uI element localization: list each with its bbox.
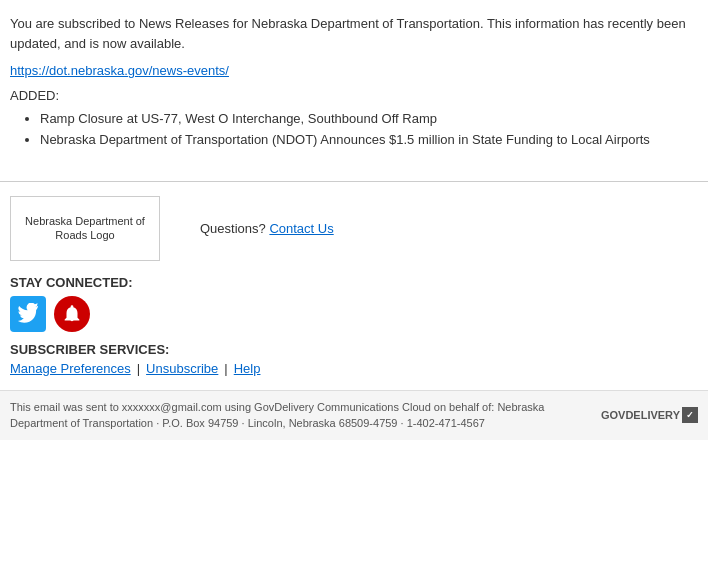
contact-section: Questions? Contact Us	[200, 221, 334, 236]
intro-text: You are subscribed to News Releases for …	[10, 14, 698, 53]
added-list: Ramp Closure at US-77, West O Interchang…	[40, 109, 698, 151]
help-link[interactable]: Help	[234, 361, 261, 376]
footer-top: Nebraska Department of Roads Logo Questi…	[0, 196, 708, 261]
govdelivery-logo: GOVDELIVERY ✓	[601, 407, 698, 423]
subscriber-links: Manage Preferences | Unsubscribe | Help	[10, 361, 698, 376]
bell-svg	[61, 303, 83, 325]
notifications-icon[interactable]	[54, 296, 90, 332]
twitter-icon[interactable]	[10, 296, 46, 332]
subscriber-label: SUBSCRIBER SERVICES:	[10, 342, 698, 357]
logo-image: Nebraska Department of Roads Logo	[17, 214, 153, 243]
govdelivery-icon: ✓	[682, 407, 698, 423]
separator-1: |	[137, 361, 140, 376]
news-link[interactable]: https://dot.nebraska.gov/news-events/	[10, 63, 229, 78]
footer-text: This email was sent to xxxxxxx@gmail.com…	[10, 399, 570, 432]
list-item: Ramp Closure at US-77, West O Interchang…	[40, 109, 698, 130]
divider	[0, 181, 708, 182]
separator-2: |	[224, 361, 227, 376]
list-item: Nebraska Department of Transportation (N…	[40, 130, 698, 151]
social-icons	[10, 296, 698, 332]
main-content: You are subscribed to News Releases for …	[0, 0, 708, 161]
questions-label: Questions?	[200, 221, 266, 236]
manage-preferences-link[interactable]: Manage Preferences	[10, 361, 131, 376]
subscriber-services: SUBSCRIBER SERVICES: Manage Preferences …	[0, 342, 708, 376]
stay-connected-label: STAY CONNECTED:	[10, 275, 698, 290]
logo-box: Nebraska Department of Roads Logo	[10, 196, 160, 261]
contact-us-link[interactable]: Contact Us	[269, 221, 333, 236]
added-label: ADDED:	[10, 88, 698, 103]
unsubscribe-link[interactable]: Unsubscribe	[146, 361, 218, 376]
footer-bottom: This email was sent to xxxxxxx@gmail.com…	[0, 390, 708, 440]
twitter-svg	[17, 303, 39, 325]
stay-connected: STAY CONNECTED:	[0, 275, 708, 332]
govdelivery-text: GOVDELIVERY	[601, 409, 680, 421]
